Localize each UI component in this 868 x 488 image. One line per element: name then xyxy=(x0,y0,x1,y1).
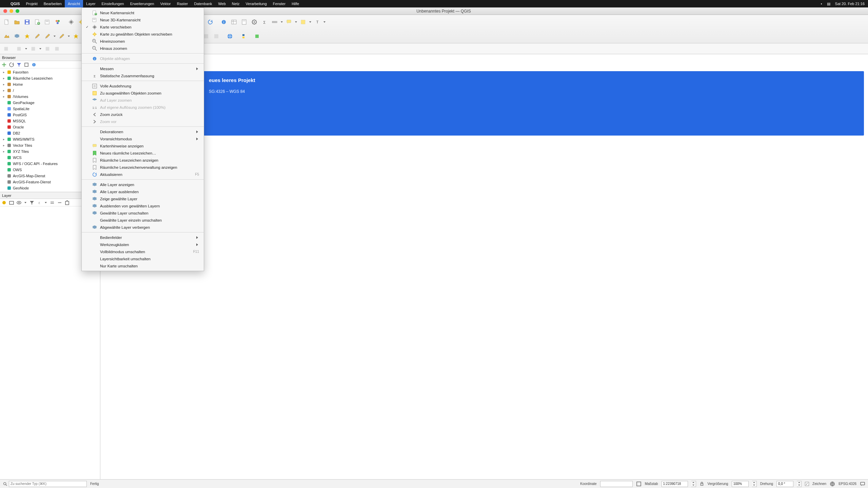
menu-item-statistische-zusammenfassung[interactable]: ΣStatistische Zusammenfassung xyxy=(82,72,204,79)
toolbar-sigma-button[interactable]: Σ xyxy=(260,17,269,27)
toolbar-gray-button[interactable] xyxy=(212,32,221,41)
layer-expr-dropdown[interactable] xyxy=(44,198,47,207)
properties-icon[interactable]: i xyxy=(31,62,37,67)
extents-icon[interactable] xyxy=(636,481,642,487)
menu-item-nur-karte-umschalten[interactable]: Nur Karte umschalten xyxy=(82,262,204,269)
toolbar-ident-button[interactable]: i xyxy=(219,17,229,27)
toolbar-toolbox-button[interactable] xyxy=(250,17,259,27)
layer-expr-icon[interactable]: ε xyxy=(37,200,42,205)
menubar-app[interactable]: QGIS xyxy=(7,0,23,7)
toolbar-attr-button[interactable] xyxy=(229,17,239,27)
menu-item-neues-r-umliche-lesezeichen-[interactable]: Neues räumliche Lesezeichen… xyxy=(82,149,204,157)
menubar-item-vektor[interactable]: Vektor xyxy=(157,0,174,7)
menubar-item-projekt[interactable]: Projekt xyxy=(23,0,41,7)
layer-visibility-dropdown[interactable] xyxy=(24,198,27,207)
toolbar-pen-button[interactable] xyxy=(43,32,52,41)
menu-item-bedienfelder[interactable]: Bedienfelder xyxy=(82,234,204,241)
toolbar-v1-button[interactable] xyxy=(2,32,12,41)
layer-style-icon[interactable] xyxy=(1,200,7,205)
layer-filter-icon[interactable] xyxy=(29,200,35,205)
map-canvas[interactable]: eues leeres Projekt SG:4326 – WGS 84 xyxy=(100,54,868,479)
toolbar-pen-button[interactable] xyxy=(57,32,66,41)
menubar-tray-icon[interactable]: ▤ xyxy=(827,2,830,6)
menubar-status-dot-icon[interactable]: • xyxy=(821,2,822,6)
window-zoom-button[interactable] xyxy=(16,9,19,13)
toolbar-pen-button[interactable] xyxy=(33,32,42,41)
menubar-item-verarbeitung[interactable]: Verarbeitung xyxy=(242,0,270,7)
menu-item-ausblenden-von-gew-hlten-layern[interactable]: Ausblenden von gewählten Layern xyxy=(82,202,204,209)
toolbar-tip-button[interactable] xyxy=(284,17,294,27)
toolbar-sel-button[interactable] xyxy=(298,17,308,27)
toolbar-newlayout-button[interactable]: + xyxy=(33,17,42,27)
menu-item-zu-ausgew-hlten-objekten-zoomen[interactable]: Zu ausgewählten Objekten zoomen xyxy=(82,89,204,97)
scale-input[interactable] xyxy=(662,481,688,487)
menubar-item-layer[interactable]: Layer xyxy=(83,0,99,7)
menu-item-hinaus-zoomen[interactable]: Hinaus zoomen xyxy=(82,45,204,52)
toolbar-tip-dropdown[interactable] xyxy=(294,17,298,27)
toolbar-annot-button[interactable]: T xyxy=(313,17,322,27)
layer-remove-icon[interactable] xyxy=(64,200,70,205)
menu-item-zeige-gew-hlte-layer[interactable]: Zeige gewählte Layer xyxy=(82,195,204,202)
toolbar-py-button[interactable] xyxy=(239,32,248,41)
crs-icon[interactable] xyxy=(830,481,835,487)
toolbar-newdoc-button[interactable] xyxy=(2,17,12,27)
menu-item-volle-ausdehnung[interactable]: Volle Ausdehnung xyxy=(82,82,204,89)
toolbar-pen-dropdown[interactable] xyxy=(53,32,56,41)
toolbar-refresh-button[interactable] xyxy=(205,17,215,27)
menubar-item-ansicht[interactable]: Ansicht xyxy=(65,0,83,7)
menubar-item-web[interactable]: Web xyxy=(215,0,229,7)
coord-input[interactable] xyxy=(600,481,633,487)
menu-item-messen[interactable]: Messen xyxy=(82,65,204,72)
menubar-item-datenbank[interactable]: Datenbank xyxy=(191,0,215,7)
menu-item-r-umliche-lesezeichenverwaltung-anzeigen[interactable]: Räumliche Lesezeichenverwaltung anzeigen xyxy=(82,164,204,171)
menubar-item-bearbeiten[interactable]: Bearbeiten xyxy=(41,0,65,7)
snap-dd[interactable] xyxy=(24,44,28,54)
snap-btn[interactable] xyxy=(15,45,23,53)
menu-item-gew-hlte-layer-umschalten[interactable]: Gewählte Layer umschalten xyxy=(82,209,204,217)
snap-btn[interactable] xyxy=(29,45,37,53)
scale-spinner[interactable] xyxy=(691,481,696,487)
window-minimize-button[interactable] xyxy=(9,9,13,13)
snap-btn[interactable] xyxy=(53,45,61,53)
mag-input[interactable] xyxy=(732,481,749,487)
locator-input[interactable] xyxy=(9,481,87,487)
snap-dd[interactable] xyxy=(39,44,42,54)
menu-item-gew-hlte-layer-einzeln-umschalten[interactable]: Gewählte Layer einzeln umschalten xyxy=(82,217,204,224)
toolbar-annot-dropdown[interactable] xyxy=(323,17,326,27)
rot-input[interactable] xyxy=(776,481,793,487)
menu-item-voransichtsmodus[interactable]: Voransichtsmodus xyxy=(82,135,204,142)
filter-icon[interactable] xyxy=(16,62,22,67)
toolbar-save-button[interactable] xyxy=(22,17,32,27)
toolbar-open-button[interactable] xyxy=(12,17,22,27)
snap-btn[interactable] xyxy=(43,45,52,53)
toolbar-v3-button[interactable] xyxy=(22,32,32,41)
menu-item-neue-kartenansicht[interactable]: +Neue Kartenansicht xyxy=(82,9,204,16)
menu-item-vollbildmodus-umschalten[interactable]: Vollbildmodus umschaltenF11 xyxy=(82,248,204,255)
toolbar-meas-dropdown[interactable] xyxy=(280,17,283,27)
layer-add-group-icon[interactable] xyxy=(9,200,14,205)
menu-item-layersichtbarkeit-umschalten[interactable]: Layersichtbarkeit umschalten xyxy=(82,255,204,262)
menubar-item-fenster[interactable]: Fenster xyxy=(270,0,289,7)
toolbar-pan-button[interactable] xyxy=(66,17,76,27)
refresh-icon[interactable] xyxy=(9,62,14,67)
menubar-item-einstellungen[interactable]: Einstellungen xyxy=(99,0,127,7)
menu-item-werkzeugk-sten[interactable]: Werkzeugkästen xyxy=(82,241,204,248)
menu-item-alle-layer-anzeigen[interactable]: Alle Layer anzeigen xyxy=(82,181,204,188)
render-checkbox[interactable]: ✓ xyxy=(805,482,809,486)
menu-item-karte-zu-gew-hlten-objekten-verschieben[interactable]: Karte zu gewählten Objekten verschieben xyxy=(82,30,204,38)
snap-btn[interactable] xyxy=(2,45,10,53)
menu-item-abgew-hlte-layer-verbergen[interactable]: Abgewählte Layer verbergen xyxy=(82,224,204,231)
messages-icon[interactable] xyxy=(860,481,865,487)
menu-item-alle-layer-ausblenden[interactable]: Alle Layer ausblenden xyxy=(82,188,204,195)
menu-item-karte-verschieben[interactable]: ✓Karte verschieben xyxy=(82,23,204,30)
toolbar-fcalc-button[interactable] xyxy=(239,17,249,27)
layer-expand-icon[interactable] xyxy=(50,200,55,205)
mag-spinner[interactable] xyxy=(752,481,757,487)
menu-item-aktualisieren[interactable]: AktualisierenF5 xyxy=(82,171,204,178)
toolbar-v2-button[interactable] xyxy=(12,32,22,41)
toolbar-v3-button[interactable] xyxy=(71,32,81,41)
toolbar-layoutmgr-button[interactable] xyxy=(43,17,52,27)
menu-item-dekorationen[interactable]: Dekorationen xyxy=(82,128,204,135)
menu-item-r-umliche-lesezeichen-anzeigen[interactable]: Räumliche Lesezeichen anzeigen xyxy=(82,157,204,164)
menubar-item-raster[interactable]: Raster xyxy=(174,0,191,7)
